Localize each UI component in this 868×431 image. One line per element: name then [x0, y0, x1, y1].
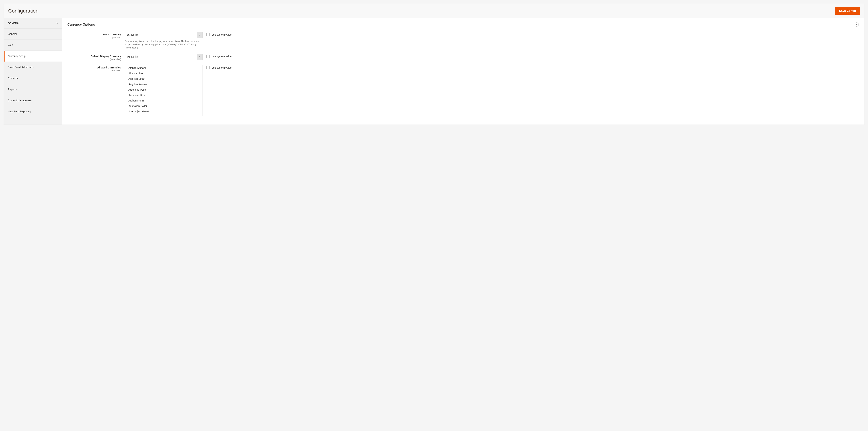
allowed-currency-option[interactable]: Australian Dollar	[125, 103, 203, 109]
field-base-currency: Base Currency [website] US Dollar ▼ Base…	[67, 32, 859, 49]
sidebar-item-content-management[interactable]: Content Management	[4, 95, 62, 106]
sidebar-item-currency-setup[interactable]: Currency Setup	[4, 51, 62, 62]
allowed-currency-option[interactable]: Angolan Kwanza	[125, 81, 203, 87]
base-currency-label: Base Currency	[103, 33, 121, 36]
field-allowed-currencies: Allowed Currencies [store view] Afghan A…	[67, 65, 859, 116]
config-card: Configuration Save Config General Genera…	[4, 4, 864, 125]
allowed-currencies-use-system-label: Use system value	[212, 66, 231, 69]
allowed-currencies-multiselect[interactable]: Afghan AfghaniAlbanian LekAlgerian Dinar…	[125, 65, 203, 116]
save-config-button[interactable]: Save Config	[835, 7, 860, 15]
base-currency-select[interactable]: US Dollar ▼	[125, 32, 203, 38]
base-currency-help: Base currency is used for all online pay…	[125, 40, 199, 49]
sidebar-item-reports[interactable]: Reports	[4, 84, 62, 95]
allowed-currencies-use-system-checkbox[interactable]	[206, 66, 210, 69]
sidebar-item-store-email-addresses[interactable]: Store Email Addresses	[4, 62, 62, 73]
section-title: Currency Options	[67, 23, 95, 27]
allowed-currency-option[interactable]: Azerbaijani Manat	[125, 109, 203, 114]
caret-down-icon: ▼	[197, 32, 203, 38]
config-main-panel: Currency Options Base Currency [website]…	[62, 18, 864, 125]
allowed-currencies-label: Allowed Currencies	[97, 66, 121, 69]
allowed-currency-option[interactable]: Aruban Florin	[125, 98, 203, 103]
sidebar-item-new-relic-reporting[interactable]: New Relic Reporting	[4, 106, 62, 117]
field-default-display-currency: Default Display Currency [store view] US…	[67, 54, 859, 61]
default-display-currency-label: Default Display Currency	[91, 55, 121, 58]
sidebar-item-web[interactable]: Web	[4, 40, 62, 51]
allowed-currency-option[interactable]: Afghan Afghani	[125, 65, 203, 71]
page-header: Configuration Save Config	[4, 4, 864, 18]
sidebar-item-general[interactable]: General	[4, 29, 62, 40]
default-display-currency-use-system-label: Use system value	[212, 55, 231, 58]
base-currency-scope: [website]	[67, 36, 121, 39]
allowed-currency-option[interactable]: Albanian Lek	[125, 71, 203, 76]
allowed-currency-option[interactable]: Armenian Dram	[125, 92, 203, 98]
sidebar-group-label: General	[8, 22, 20, 25]
caret-down-icon: ▼	[197, 54, 203, 60]
section-collapse-toggle[interactable]	[855, 23, 859, 27]
default-display-currency-use-system-checkbox[interactable]	[206, 55, 210, 58]
base-currency-use-system-label: Use system value	[212, 33, 231, 36]
default-display-currency-value: US Dollar	[125, 54, 197, 60]
allowed-currency-option[interactable]: Argentine Peso	[125, 87, 203, 92]
default-display-currency-scope: [store view]	[67, 58, 121, 61]
allowed-currency-option[interactable]: Algerian Dinar	[125, 76, 203, 81]
config-sidebar: General General Web Currency Setup Store…	[4, 18, 62, 125]
chevron-up-icon	[56, 22, 58, 25]
allowed-currencies-scope: [store view]	[67, 69, 121, 72]
base-currency-use-system-checkbox[interactable]	[206, 33, 210, 36]
sidebar-group-general[interactable]: General	[4, 18, 62, 29]
page-title: Configuration	[8, 8, 38, 14]
sidebar-item-contacts[interactable]: Contacts	[4, 73, 62, 84]
default-display-currency-select[interactable]: US Dollar ▼	[125, 54, 203, 60]
base-currency-value: US Dollar	[125, 32, 197, 38]
